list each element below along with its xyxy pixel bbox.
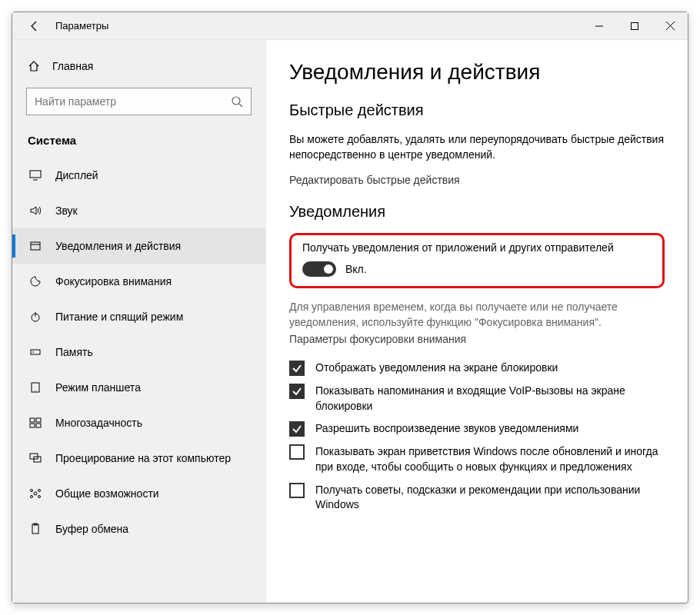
notifications-toggle[interactable]: [302, 261, 336, 277]
quick-actions-desc: Вы можете добавлять, удалять или переупо…: [289, 131, 665, 163]
sidebar-item-label: Многозадачность: [55, 417, 142, 429]
window-title: Параметры: [55, 20, 108, 32]
home-button[interactable]: Главная: [12, 51, 265, 81]
nav-list: ДисплейЗвукУведомления и действияФокусир…: [12, 158, 265, 547]
sidebar-item-label: Питание и спящий режим: [55, 311, 183, 323]
minimize-button[interactable]: [582, 12, 617, 40]
sound-icon: [28, 204, 43, 217]
close-button[interactable]: [652, 12, 688, 40]
window-controls: [582, 12, 688, 40]
svg-rect-17: [36, 418, 41, 422]
svg-rect-19: [36, 424, 41, 427]
sidebar-item-label: Режим планшета: [55, 381, 141, 394]
svg-line-5: [239, 104, 242, 107]
svg-rect-18: [30, 424, 35, 427]
settings-window: Параметры Главная Система ДисплейЗвукУве…: [12, 12, 688, 603]
checkbox[interactable]: [289, 421, 305, 437]
maximize-button[interactable]: [617, 12, 652, 40]
home-label: Главная: [52, 60, 93, 72]
focus-assist-link[interactable]: Параметры фокусировки внимания: [289, 333, 665, 345]
checkbox-row: Показывать напоминания и входящие VoIP-в…: [289, 384, 665, 414]
svg-rect-12: [31, 350, 40, 354]
svg-rect-16: [30, 418, 35, 422]
checkbox-row: Получать советы, подсказки и рекомендаци…: [289, 483, 665, 513]
shared-icon: [28, 487, 43, 500]
svg-rect-27: [32, 524, 38, 534]
sidebar: Главная Система ДисплейЗвукУведомления и…: [12, 40, 266, 603]
highlight-box: Получать уведомления от приложений и дру…: [289, 233, 665, 288]
svg-point-4: [232, 97, 240, 105]
search-icon: [231, 95, 243, 108]
checkbox[interactable]: [289, 361, 305, 376]
notify-icon: [28, 240, 43, 252]
titlebar: Параметры: [12, 12, 688, 40]
checkbox[interactable]: [289, 444, 305, 460]
checkbox-label: Отображать уведомления на экране блокиро…: [315, 361, 558, 376]
sidebar-item-clip[interactable]: Буфер обмена: [12, 511, 265, 547]
sidebar-item-label: Общие возможности: [55, 487, 159, 500]
body: Главная Система ДисплейЗвукУведомления и…: [12, 40, 688, 603]
sidebar-item-label: Фокусировка внимания: [55, 275, 172, 288]
back-button[interactable]: [22, 20, 48, 32]
sidebar-item-shared[interactable]: Общие возможности: [12, 476, 265, 511]
checkbox-label: Получать советы, подсказки и рекомендаци…: [315, 483, 665, 513]
home-icon: [26, 60, 42, 72]
storage-icon: [28, 346, 43, 358]
checkbox-list: Отображать уведомления на экране блокиро…: [289, 361, 665, 513]
sidebar-item-label: Дисплей: [55, 169, 98, 181]
sidebar-item-power[interactable]: Питание и спящий режим: [12, 299, 265, 334]
checkbox-label: Показывать напоминания и входящие VoIP-в…: [315, 384, 665, 414]
svg-rect-6: [30, 171, 41, 178]
focus-hint: Для управления временем, когда вы получа…: [289, 299, 665, 331]
edit-quick-actions-link[interactable]: Редактировать быстрые действия: [289, 174, 665, 186]
search-box[interactable]: [26, 88, 252, 115]
svg-point-13: [32, 351, 34, 353]
sidebar-item-display[interactable]: Дисплей: [12, 158, 265, 193]
svg-point-24: [38, 490, 41, 492]
clip-icon: [28, 523, 43, 535]
sidebar-item-focus[interactable]: Фокусировка внимания: [12, 264, 265, 299]
sidebar-item-label: Звук: [55, 204, 78, 217]
sidebar-item-label: Память: [55, 346, 93, 358]
checkbox[interactable]: [289, 483, 305, 498]
power-icon: [28, 311, 43, 323]
sidebar-item-label: Уведомления и действия: [55, 240, 181, 252]
svg-point-15: [35, 390, 35, 391]
sidebar-item-label: Проецирование на этот компьютер: [55, 452, 231, 464]
main-pane: Уведомления и действия Быстрые действия …: [266, 40, 688, 603]
project-icon: [28, 452, 43, 464]
checkbox-row: Отображать уведомления на экране блокиро…: [289, 361, 665, 376]
svg-rect-8: [31, 242, 40, 250]
svg-point-23: [31, 490, 33, 492]
checkbox-label: Показывать экран приветствия Windows пос…: [315, 444, 665, 474]
sidebar-section: Система: [12, 126, 265, 158]
page-title: Уведомления и действия: [289, 60, 665, 85]
quick-actions-heading: Быстрые действия: [289, 101, 665, 119]
sidebar-item-project[interactable]: Проецирование на этот компьютер: [12, 440, 265, 476]
sidebar-item-sound[interactable]: Звук: [12, 193, 265, 228]
focus-icon: [28, 275, 43, 288]
svg-rect-1: [632, 22, 638, 29]
svg-point-22: [34, 492, 37, 495]
sidebar-item-multitask[interactable]: Многозадачность: [12, 405, 265, 440]
display-icon: [28, 169, 43, 181]
sidebar-item-tablet[interactable]: Режим планшета: [12, 370, 265, 405]
tablet-icon: [28, 381, 43, 394]
multitask-icon: [28, 417, 43, 429]
checkbox-row: Разрешить воспроизведение звуков уведомл…: [289, 421, 665, 437]
svg-point-26: [38, 496, 41, 498]
svg-point-25: [31, 496, 33, 498]
sidebar-item-storage[interactable]: Память: [12, 334, 265, 370]
notifications-toggle-label: Получать уведомления от приложений и дру…: [302, 241, 652, 254]
checkbox[interactable]: [289, 384, 305, 399]
checkbox-label: Разрешить воспроизведение звуков уведомл…: [315, 421, 578, 437]
toggle-state: Вкл.: [345, 263, 367, 275]
sidebar-item-notify[interactable]: Уведомления и действия: [12, 228, 265, 264]
notifications-heading: Уведомления: [289, 203, 665, 221]
checkbox-row: Показывать экран приветствия Windows пос…: [289, 444, 665, 474]
toggle-row: Вкл.: [302, 261, 652, 277]
search-input[interactable]: [35, 95, 231, 108]
sidebar-item-label: Буфер обмена: [55, 523, 128, 535]
